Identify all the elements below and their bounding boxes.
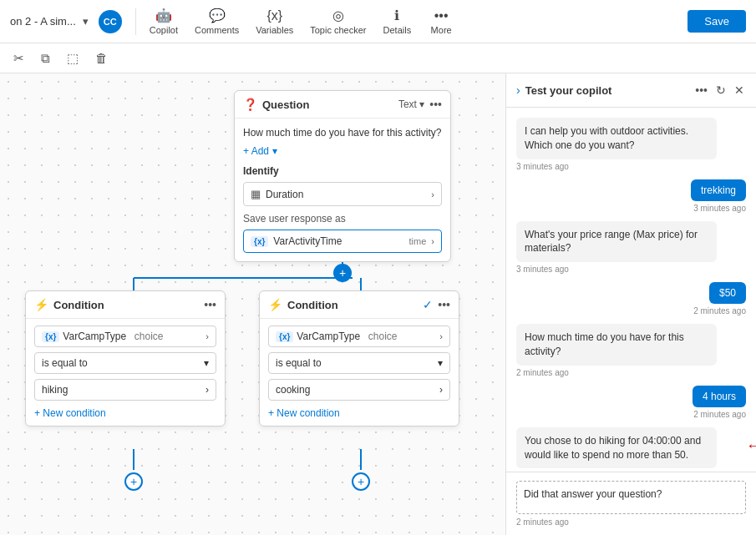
canvas-inner: ❓ Question Text ▾ ••• How much time do y… [0,73,505,535]
condition-right-menu-icon[interactable]: ••• [438,298,450,311]
question-node: ❓ Question Text ▾ ••• How much time do y… [234,90,451,262]
var-field[interactable]: {x} VarActivityTime time › [243,230,442,253]
details-button[interactable]: ℹ Details [377,4,419,38]
identify-field[interactable]: ▦ Duration › [243,182,442,206]
copilot-label: Copilot [150,25,178,35]
copy-button[interactable]: ⧉ [38,49,53,68]
variables-button[interactable]: {x} Variables [249,5,300,38]
condition-left-icon: ⚡ [34,298,48,311]
question-text: How much time do you have for this activ… [243,127,442,139]
question-title: Question [262,98,393,111]
msg-text-7: You chose to do hiking for 04:00:00 and … [525,435,701,461]
delete-icon: 🗑 [95,51,108,65]
condition-right-value-chevron-icon: › [439,384,443,396]
topic-checker-icon: ◎ [332,8,344,23]
condition-left-menu-icon[interactable]: ••• [204,298,216,311]
plus-connector-main[interactable]: + [333,264,352,282]
panel-input-text: Did that answer your question? [524,488,662,500]
condition-right-icon: ⚡ [268,298,282,311]
condition-left-var-row[interactable]: {x} VarCampType choice › [34,326,216,347]
var-type: time [409,236,427,246]
add-chevron-icon: ▾ [272,145,277,157]
cut-button[interactable]: ✂ [10,49,28,68]
question-menu-icon[interactable]: ••• [429,98,442,111]
copilot-icon: 🤖 [155,8,172,23]
new-condition-left-button[interactable]: + New condition [34,407,216,419]
panel-title: Test your copilot [525,84,689,97]
condition-right-var-chevron-icon: › [439,331,443,341]
new-condition-left-label: + New condition [34,407,106,419]
panel-input-box[interactable]: Did that answer your question? [516,481,746,514]
msg-text-6: 4 hours [703,391,736,402]
save-button[interactable]: Save [688,10,746,33]
variables-label: Variables [256,25,293,35]
condition-right-operator[interactable]: is equal to ▾ [268,352,450,374]
condition-left-var-name: VarCampType [63,331,130,342]
new-condition-right-button[interactable]: + New condition [268,407,450,419]
details-label: Details [383,25,412,35]
condition-right-value[interactable]: cooking › [268,379,450,401]
identify-label: Identify [243,165,442,177]
variables-icon: {x} [266,8,282,23]
msg-bubble-2: trekking [691,179,746,201]
msg-bubble-4: $50 [709,282,746,304]
condition-right-var-type: choice [368,331,436,342]
bottom-plus-left[interactable]: + [124,472,143,491]
msg-bubble-5: How much time do you have for this activ… [516,324,717,366]
comments-icon: 💬 [209,8,226,23]
paste-button[interactable]: ⬚ [63,49,82,68]
panel-expand-icon[interactable]: › [516,83,520,97]
panel-messages: I can help you with outdoor activities. … [506,108,756,472]
details-icon: ℹ [394,8,399,23]
save-response-label: Save user response as [243,213,442,225]
cut-icon: ✂ [13,51,24,65]
condition-right-title: Condition [287,299,418,311]
identify-chevron-icon: › [431,189,434,199]
delete-button[interactable]: 🗑 [92,49,111,67]
panel-input-time: 2 minutes ago [516,517,746,527]
add-button[interactable]: + Add ▾ [243,145,442,157]
message-5: How much time do you have for this activ… [516,324,746,377]
comments-button[interactable]: 💬 Comments [188,4,246,38]
title-chevron-icon[interactable]: ▾ [83,15,89,28]
bottom-plus-right[interactable]: + [352,472,370,491]
msg-time-2: 3 minutes ago [693,204,746,213]
main-content: ❓ Question Text ▾ ••• How much time do y… [0,73,756,535]
question-icon: ❓ [243,98,257,111]
msg-text-1: I can help you with outdoor activities. … [525,125,688,151]
condition-left-value-chevron-icon: › [205,384,209,396]
panel-more-button[interactable]: ••• [693,82,709,98]
copilot-button[interactable]: 🤖 Copilot [143,4,185,38]
new-condition-right-label: + New condition [268,407,340,419]
condition-node-right: ⚡ Condition ✓ ••• {x} VarCampType choice… [259,290,459,426]
more-button[interactable]: ••• More [421,5,461,38]
msg-bubble-1: I can help you with outdoor activities. … [516,118,717,159]
msg-time-6: 2 minutes ago [693,410,746,419]
condition-left-title: Condition [53,299,199,311]
var-badge: {x} [251,236,268,247]
message-7: You chose to do hiking for 04:00:00 and … [516,427,746,472]
panel-close-button[interactable]: ✕ [733,82,746,98]
condition-left-value[interactable]: hiking › [34,379,216,401]
condition-right-var-name: VarCampType [297,331,364,342]
panel-refresh-button[interactable]: ↻ [714,82,728,98]
calendar-icon: ▦ [251,188,261,200]
message-6: 4 hours 2 minutes ago [516,386,746,419]
condition-left-operator[interactable]: is equal to ▾ [34,352,216,374]
main-toolbar: on 2 - A sim... ▾ CC 🤖 Copilot 💬 Comment… [0,0,756,43]
comments-label: Comments [195,25,239,35]
add-label: + Add [243,145,269,157]
msg-time-1: 3 minutes ago [516,162,569,171]
arrow-indicator-icon: ← [746,437,756,455]
app-title: on 2 - A sim... [10,15,76,28]
var-chevron-icon: › [431,236,434,246]
canvas-area[interactable]: ❓ Question Text ▾ ••• How much time do y… [0,73,505,535]
condition-right-var-badge: {x} [276,331,293,342]
topic-checker-button[interactable]: ◎ Topic checker [303,4,373,38]
copy-icon: ⧉ [41,51,50,65]
message-3: What's your price range (Max price) for … [516,221,746,275]
condition-right-var-row[interactable]: {x} VarCampType choice › [268,326,450,347]
msg-bubble-3: What's your price range (Max price) for … [516,221,717,263]
secondary-toolbar: ✂ ⧉ ⬚ 🗑 [0,43,756,73]
paste-icon: ⬚ [67,51,79,65]
